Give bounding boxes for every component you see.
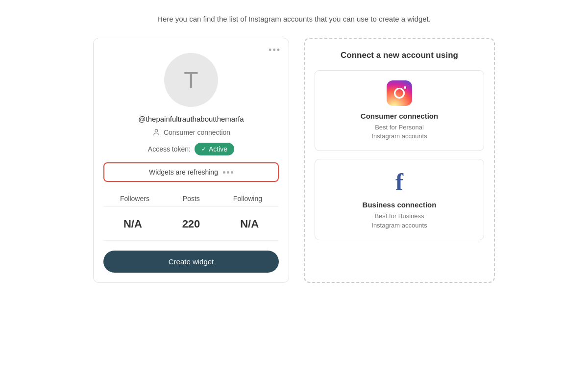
business-connection-option[interactable]: f Business connection Best for Business … xyxy=(315,159,484,240)
instagram-icon xyxy=(387,80,412,106)
access-token-label: Access token: xyxy=(148,145,191,153)
svg-rect-1 xyxy=(387,80,412,106)
main-layout: ••• T @thepainfultrauthaboutthemarfa Con… xyxy=(93,38,495,283)
stats-values: N/A 220 N/A xyxy=(103,213,279,241)
consumer-connection-option[interactable]: Consumer connection Best for Personal In… xyxy=(315,70,484,151)
stat-value-following: N/A xyxy=(240,218,259,230)
svg-point-3 xyxy=(404,86,406,89)
stat-value-posts: 220 xyxy=(182,218,200,230)
create-widget-button[interactable]: Create widget xyxy=(103,251,279,273)
connect-title: Connect a new account using xyxy=(315,51,484,60)
consumer-connection-title: Consumer connection xyxy=(323,112,476,120)
dot-2 xyxy=(227,171,229,174)
person-icon xyxy=(152,128,161,137)
account-type-row: Consumer connection xyxy=(103,128,279,137)
account-username: @thepainfultrauthaboutthemarfa xyxy=(103,115,279,123)
fb-letter: f xyxy=(395,170,403,194)
stats-header: Followers Posts Following xyxy=(103,191,279,207)
facebook-icon: f xyxy=(387,169,412,195)
business-connection-title: Business connection xyxy=(323,201,476,209)
stat-header-following: Following xyxy=(233,195,262,203)
refresh-text: Widgets are refreshing xyxy=(149,168,218,176)
svg-point-0 xyxy=(155,129,157,132)
connect-panel: Connect a new account using xyxy=(304,38,495,283)
consumer-connection-desc: Best for Personal Instagram accounts xyxy=(323,123,476,141)
business-connection-desc: Best for Business Instagram accounts xyxy=(323,212,476,229)
avatar: T xyxy=(164,53,218,107)
refresh-box: Widgets are refreshing xyxy=(103,162,279,182)
card-menu-dots[interactable]: ••• xyxy=(269,45,281,55)
stat-value-followers: N/A xyxy=(123,218,142,230)
dot-1 xyxy=(223,171,225,174)
stat-header-followers: Followers xyxy=(120,195,149,203)
account-type-label: Consumer connection xyxy=(164,128,230,136)
avatar-container: T xyxy=(103,53,279,107)
access-token-row: Access token: ✓ Active xyxy=(103,143,279,155)
stat-header-posts: Posts xyxy=(183,195,200,203)
active-badge-label: Active xyxy=(209,145,227,153)
dot-3 xyxy=(231,171,233,174)
page-subtitle: Here you can find the list of Instagram … xyxy=(10,15,578,23)
refresh-dots xyxy=(223,171,233,174)
account-card: ••• T @thepainfultrauthaboutthemarfa Con… xyxy=(93,38,289,283)
check-icon: ✓ xyxy=(201,146,206,152)
active-badge-button[interactable]: ✓ Active xyxy=(195,143,234,155)
